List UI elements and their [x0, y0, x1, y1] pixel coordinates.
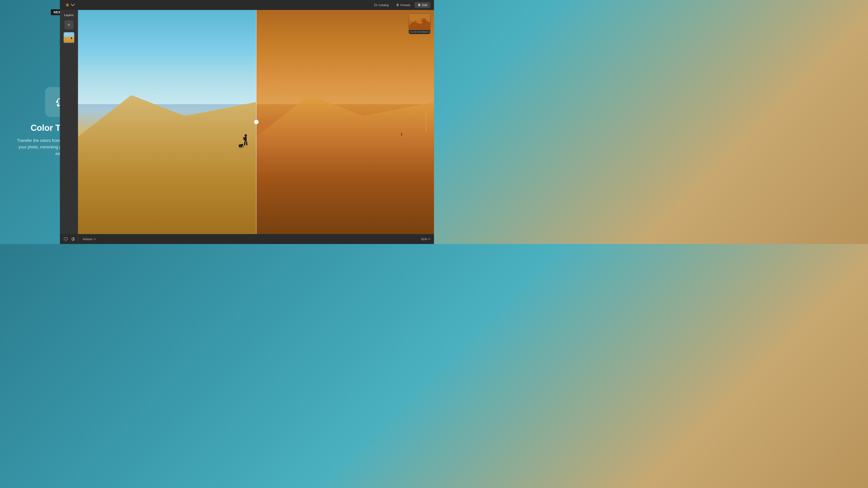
sand-left: [78, 95, 256, 234]
split-handle[interactable]: [254, 120, 258, 124]
top-bar: Catalog Presets: [60, 0, 434, 10]
presets-label: Presets: [401, 3, 410, 7]
svg-point-18: [418, 4, 419, 4]
sun-icon: [65, 3, 69, 7]
edit-label: Edit: [422, 3, 427, 7]
svg-line-9: [68, 4, 69, 4]
compare-icon: [71, 237, 75, 241]
image-left-original: [78, 10, 256, 234]
actions-label: Actions: [83, 237, 92, 241]
svg-line-10: [66, 6, 66, 6]
main-area: Layers +: [60, 10, 434, 234]
color-reference-thumbnail: [409, 14, 430, 30]
svg-rect-33: [409, 14, 430, 21]
edit-button[interactable]: Edit: [414, 2, 430, 8]
layers-title: Layers: [64, 13, 74, 17]
separator: [78, 237, 78, 241]
svg-rect-30: [241, 146, 242, 148]
zoom-display[interactable]: 81%: [421, 237, 430, 241]
distant-figure: [401, 133, 402, 135]
svg-point-27: [241, 144, 243, 146]
svg-rect-28: [239, 146, 240, 148]
catalog-label: Catalog: [379, 3, 389, 7]
svg-point-2: [66, 4, 68, 6]
favorite-button[interactable]: [64, 237, 68, 241]
folder-icon: [374, 3, 377, 6]
zoom-value: 81%: [421, 237, 427, 241]
svg-line-8: [68, 6, 69, 6]
svg-rect-24: [244, 141, 246, 145]
bottom-bar: Actions 81%: [60, 234, 434, 244]
svg-point-11: [397, 4, 399, 6]
layer-thumb-image: [64, 33, 74, 42]
top-bar-nav: Catalog Presets: [371, 2, 430, 8]
layer-thumb-person: [71, 37, 72, 39]
svg-point-0: [56, 101, 58, 103]
svg-rect-29: [240, 146, 241, 148]
layer-thumbnail[interactable]: [64, 32, 74, 43]
heart-icon: [64, 237, 68, 241]
person-dog-left: [237, 133, 251, 151]
actions-chevron-icon: [94, 238, 96, 240]
app-window: Catalog Presets: [60, 0, 434, 244]
svg-rect-25: [246, 141, 248, 145]
split-divider: [256, 10, 256, 234]
actions-button[interactable]: Actions: [81, 236, 98, 242]
svg-point-19: [419, 5, 420, 5]
add-layer-button[interactable]: +: [64, 20, 73, 29]
sliders-icon: [418, 3, 421, 6]
chevron-down-icon: [71, 3, 75, 7]
svg-point-21: [245, 134, 247, 136]
svg-rect-31: [243, 146, 243, 147]
svg-rect-38: [415, 21, 416, 22]
catalog-button[interactable]: Catalog: [371, 2, 392, 8]
svg-point-20: [418, 5, 419, 6]
color-reference-panel[interactable]: COLOR REFERENCE: [409, 13, 430, 34]
compare-button[interactable]: [71, 237, 75, 241]
svg-line-7: [66, 4, 66, 4]
zoom-chevron-icon: [428, 238, 430, 240]
presets-icon: [396, 3, 399, 6]
canvas-area: COLOR REFERENCE © Photo: Unsplash: [78, 10, 434, 234]
app-logo-button[interactable]: [64, 2, 76, 8]
color-ref-scene: [409, 14, 430, 30]
color-reference-label: COLOR REFERENCE: [409, 30, 430, 34]
sky-right: [256, 10, 434, 104]
layers-sidebar: Layers +: [60, 10, 78, 234]
svg-rect-37: [423, 21, 426, 22]
svg-point-12: [397, 4, 398, 5]
sand-right: [256, 95, 434, 234]
top-bar-left: [64, 2, 76, 8]
presets-button[interactable]: Presets: [393, 2, 414, 8]
svg-rect-22: [245, 136, 247, 141]
sky-left: [78, 10, 256, 104]
image-right-transferred: [256, 10, 434, 234]
watermark: © Photo: Unsplash: [426, 112, 428, 131]
